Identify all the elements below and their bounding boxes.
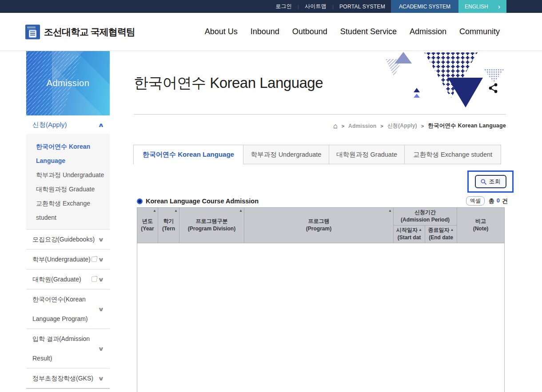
sidebar-item-guidebooks[interactable]: 모집요강(Guidebooks) ∨	[26, 229, 110, 249]
sort-asc-icon: ▲	[450, 228, 454, 232]
column-header-program[interactable]: ▲ 프로그램 (Program)	[244, 208, 394, 243]
breadcrumb-separator: >	[380, 123, 383, 129]
sidebar-item-graduate[interactable]: 대학원(Graduate) ∨	[26, 269, 110, 289]
nav-student-service[interactable]: Student Service	[340, 27, 397, 36]
breadcrumb-separator: >	[421, 123, 424, 129]
chevron-down-icon: ∨	[98, 256, 104, 263]
tab-korean-language[interactable]: 한국어연수 Korean Language	[133, 145, 243, 164]
search-icon	[481, 179, 486, 185]
column-header-start-date[interactable]: 시작일자▲ (Start dat	[394, 225, 425, 243]
search-button[interactable]: 조회	[475, 175, 506, 188]
arrow-right-icon: ›	[498, 3, 500, 10]
main-nav: About Us Inbound Outbound Student Servic…	[205, 13, 500, 51]
university-logo[interactable]: 조선대학교 국제협력팀	[25, 24, 135, 39]
tab-bar: 한국어연수 Korean Language 학부과정 Undergraduate…	[133, 145, 501, 164]
submenu-korean-language[interactable]: 한국어연수 Korean Language	[26, 139, 110, 168]
home-icon[interactable]: ⌂	[333, 123, 338, 130]
external-link-icon	[92, 277, 97, 282]
sort-asc-icon: ▲	[418, 228, 422, 232]
total-count: 총 0 건	[489, 197, 508, 205]
page-title: 한국어연수 Korean Language	[134, 73, 323, 93]
submenu-undergraduate[interactable]: 학부과정 Undergraduate	[26, 168, 110, 182]
sidebar-item-undergraduate[interactable]: 학부(Undergraduate) ∨	[26, 249, 110, 269]
chevron-up-icon: ∧	[98, 122, 104, 128]
tab-undergraduate[interactable]: 학부과정 Undergraduate	[243, 145, 329, 164]
nav-community[interactable]: Community	[459, 27, 500, 36]
sort-asc-icon[interactable]: ▲	[239, 208, 243, 214]
breadcrumb: ⌂ > Admission > 신청(Apply) > 한국어연수 Korean…	[333, 122, 506, 130]
main-content: 한국어연수 Korean Language ⌂ > Admission > 신청…	[133, 51, 506, 392]
chevron-down-icon: ∨	[98, 236, 104, 243]
sort-asc-icon[interactable]: ▲	[174, 208, 178, 214]
apply-submenu: 한국어연수 Korean Language 학부과정 Undergraduate…	[26, 134, 110, 229]
admission-table: ▲ 년도 (Year ▲ 학기 (Tern ▲ 프로그램구분 (Program …	[137, 207, 505, 392]
tab-graduate[interactable]: 대학원과정 Graduate	[329, 145, 405, 164]
sort-asc-icon[interactable]: ▲	[153, 208, 156, 214]
submenu-exchange-student[interactable]: 교환학생 Exchange student	[26, 196, 110, 225]
table-toolbar: 엑셀 총 0 건	[466, 196, 508, 206]
tab-exchange-student[interactable]: 교환학생 Exchange student	[405, 145, 501, 164]
site-header: 조선대학교 국제협력팀 About Us Inbound Outbound St…	[0, 13, 542, 51]
top-utility-bar: 로그인 | 사이트맵 | PORTAL SYSTEM ACADEMIC SYST…	[0, 0, 542, 13]
share-icon	[489, 83, 498, 93]
sidebar: Admission 신청(Apply) ∧ 한국어연수 Korean Langu…	[26, 51, 110, 389]
portal-system-link[interactable]: PORTAL SYSTEM	[334, 0, 391, 13]
breadcrumb-separator: >	[342, 123, 344, 129]
logo-text: 조선대학교 국제협력팀	[44, 26, 135, 38]
empty-table-body	[137, 243, 505, 392]
chevron-down-icon: ∨	[98, 276, 104, 283]
bullet-icon	[137, 198, 143, 204]
nav-outbound[interactable]: Outbound	[292, 27, 327, 36]
column-header-term[interactable]: ▲ 학기 (Tern	[158, 208, 179, 243]
column-header-year[interactable]: ▲ 년도 (Year	[137, 208, 158, 243]
sidebar-banner-title: Admission	[47, 78, 90, 88]
sitemap-link[interactable]: 사이트맵	[299, 0, 332, 13]
total-count-value: 0	[497, 197, 500, 205]
title-divider	[134, 114, 506, 115]
english-label: ENGLISH	[465, 4, 488, 10]
chevron-down-icon: ∨	[98, 375, 104, 382]
section-title: Korean Language Course Admission	[137, 198, 259, 205]
sidebar-item-korean-language-program[interactable]: 한국어연수(Korean Language Program) ∨	[26, 289, 110, 329]
sidebar-item-admission-result[interactable]: 입학 결과(Admission Result) ∨	[26, 329, 110, 368]
chevron-down-icon: ∨	[98, 345, 104, 352]
search-button-focus-highlight: 조회	[467, 170, 514, 193]
nav-admission[interactable]: Admission	[410, 27, 446, 36]
column-header-admission-period: 신청기간 (Admission Period)	[394, 208, 457, 226]
excel-export-button[interactable]: 엑셀	[466, 196, 485, 206]
column-header-program-division[interactable]: ▲ 프로그램구분 (Program Division)	[179, 208, 244, 243]
sort-asc-icon[interactable]: ▲	[388, 208, 392, 214]
sidebar-item-apply[interactable]: 신청(Apply) ∧	[26, 115, 110, 134]
academic-system-button[interactable]: ACADEMIC SYSTEM	[391, 0, 458, 13]
external-link-icon	[92, 257, 97, 262]
breadcrumb-current: 한국어연수 Korean Language	[428, 122, 506, 130]
submenu-graduate[interactable]: 대학원과정 Graduate	[26, 182, 110, 196]
nav-inbound[interactable]: Inbound	[251, 27, 279, 36]
breadcrumb-admission[interactable]: Admission	[348, 123, 376, 129]
login-link[interactable]: 로그인	[270, 0, 298, 13]
english-language-button[interactable]: ENGLISH ›	[458, 0, 506, 13]
university-logo-icon	[25, 24, 40, 39]
breadcrumb-apply[interactable]: 신청(Apply)	[387, 122, 417, 130]
column-header-note: 비고 (Note)	[457, 208, 505, 243]
nav-about-us[interactable]: About Us	[205, 27, 238, 36]
decorative-triangles	[382, 51, 506, 110]
sidebar-banner: Admission	[26, 51, 110, 115]
sidebar-item-gks[interactable]: 정부초청장학생(GKS) ∨	[26, 368, 110, 389]
column-header-end-date[interactable]: 종료일자▲ (End date	[425, 225, 457, 243]
chevron-down-icon: ∨	[98, 306, 104, 313]
